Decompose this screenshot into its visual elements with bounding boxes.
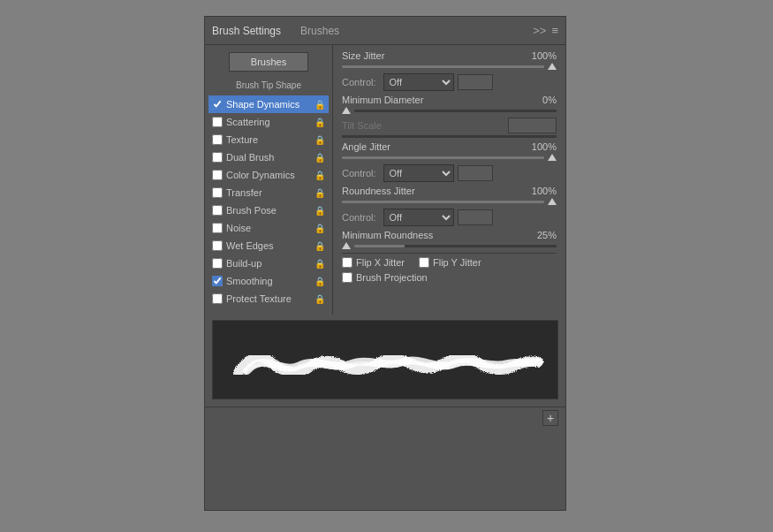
size-jitter-track[interactable] <box>342 65 544 68</box>
min-diameter-row: Minimum Diameter 0% <box>342 95 557 105</box>
lock-icon-wet-edges: 🔒 <box>315 241 325 251</box>
smoothing-checkbox[interactable] <box>212 276 223 286</box>
brush-projection-checkbox[interactable] <box>342 272 352 283</box>
brush-item-shape-dynamics[interactable]: Shape Dynamics 🔒 <box>208 95 329 113</box>
noise-label: Noise <box>226 223 313 233</box>
min-roundness-triangle[interactable] <box>342 242 351 249</box>
tilt-scale-label: Tilt Scale <box>342 120 508 131</box>
roundness-jitter-row: Roundness Jitter 100% <box>342 186 557 196</box>
size-jitter-triangle[interactable] <box>548 63 557 70</box>
color-dynamics-label: Color Dynamics <box>226 170 313 180</box>
left-column: Brushes Brush Tip Shape Shape Dynamics 🔒… <box>205 45 333 315</box>
scattering-checkbox[interactable] <box>212 117 223 127</box>
roundness-jitter-track[interactable] <box>342 201 544 203</box>
lock-icon-shape-dynamics: 🔒 <box>315 100 325 110</box>
control2-row: Control: Off Fade Pen Pressure <box>342 164 557 182</box>
protect-texture-label: Protect Texture <box>226 293 313 304</box>
brush-item-protect-texture[interactable]: Protect Texture 🔒 <box>208 290 329 308</box>
noise-checkbox[interactable] <box>212 223 223 233</box>
lock-icon-smoothing: 🔒 <box>315 277 325 286</box>
lock-icon-protect-texture: 🔒 <box>315 294 325 304</box>
menu-icon[interactable]: ≡ <box>551 24 558 37</box>
lock-icon-transfer: 🔒 <box>315 188 325 198</box>
brush-projection-label: Brush Projection <box>356 272 428 283</box>
control1-swatch <box>458 74 493 90</box>
angle-jitter-row: Angle Jitter 100% <box>342 141 557 152</box>
panel-title: Brush Settings <box>212 25 281 37</box>
panel-tab-brushes[interactable]: Brushes <box>295 21 345 41</box>
control3-swatch <box>458 209 493 225</box>
lock-icon-brush-pose: 🔒 <box>315 206 325 216</box>
brush-pose-checkbox[interactable] <box>212 205 223 216</box>
brush-item-brush-pose[interactable]: Brush Pose 🔒 <box>208 201 329 219</box>
brush-item-buildup[interactable]: Build-up 🔒 <box>208 255 329 272</box>
control2-select[interactable]: Off Fade Pen Pressure <box>383 164 454 182</box>
transfer-checkbox[interactable] <box>212 187 223 198</box>
angle-jitter-fill <box>342 156 544 159</box>
brush-item-color-dynamics[interactable]: Color Dynamics 🔒 <box>208 166 329 184</box>
wet-edges-checkbox[interactable] <box>212 240 223 251</box>
control1-label: Control: <box>342 77 376 87</box>
flip-y-row: Flip Y Jitter <box>419 257 481 268</box>
panel-body: Brushes Brush Tip Shape Shape Dynamics 🔒… <box>205 45 565 315</box>
preview-svg <box>213 321 557 399</box>
tilt-scale-slider[interactable] <box>342 135 557 138</box>
brush-item-noise[interactable]: Noise 🔒 <box>208 219 329 237</box>
min-diameter-track[interactable] <box>354 110 557 112</box>
min-diameter-value: 0% <box>521 95 557 105</box>
flip-y-checkbox[interactable] <box>419 257 429 268</box>
texture-label: Texture <box>226 134 313 145</box>
size-jitter-row: Size Jitter 100% <box>342 50 557 61</box>
angle-jitter-triangle[interactable] <box>548 154 557 161</box>
separator1 <box>342 253 557 254</box>
min-roundness-slider-row <box>342 242 557 249</box>
tilt-scale-swatch <box>508 118 557 133</box>
min-roundness-row: Minimum Roundness 25% <box>342 230 557 240</box>
protect-texture-checkbox[interactable] <box>212 293 223 304</box>
angle-jitter-track[interactable] <box>342 156 544 159</box>
min-diameter-label: Minimum Diameter <box>342 95 521 105</box>
control1-row: Control: Off Fade Pen Pressure Pen Tilt <box>342 73 557 91</box>
min-roundness-label: Minimum Roundness <box>342 230 521 240</box>
control3-label: Control: <box>342 212 376 223</box>
texture-checkbox[interactable] <box>212 134 223 145</box>
brush-item-scattering[interactable]: Scattering 🔒 <box>208 113 329 131</box>
size-jitter-value: 100% <box>521 50 557 61</box>
brush-item-smoothing[interactable]: Smoothing 🔒 <box>208 272 329 290</box>
tilt-scale-row: Tilt Scale <box>342 118 557 133</box>
scattering-label: Scattering <box>226 117 313 127</box>
panel-header: Brush Settings Brushes >> ≡ <box>205 17 565 45</box>
brush-pose-label: Brush Pose <box>226 205 313 216</box>
brush-item-dual-brush[interactable]: Dual Brush 🔒 <box>208 148 329 166</box>
dual-brush-checkbox[interactable] <box>212 152 223 163</box>
shape-dynamics-label: Shape Dynamics <box>226 99 313 110</box>
roundness-jitter-value: 100% <box>521 186 557 196</box>
roundness-jitter-label: Roundness Jitter <box>342 186 521 196</box>
buildup-checkbox[interactable] <box>212 258 223 269</box>
control2-label: Control: <box>342 168 376 179</box>
control3-row: Control: Off Fade Pen Pressure <box>342 209 557 226</box>
buildup-label: Build-up <box>226 258 313 269</box>
roundness-jitter-triangle[interactable] <box>548 198 557 205</box>
min-roundness-fill <box>354 245 405 247</box>
flip-x-checkbox[interactable] <box>342 257 352 268</box>
min-roundness-value: 25% <box>521 230 557 240</box>
min-roundness-track[interactable] <box>354 245 557 247</box>
shape-dynamics-checkbox[interactable] <box>212 99 223 110</box>
brushes-button[interactable]: Brushes <box>229 52 308 72</box>
angle-jitter-slider-row <box>342 154 557 161</box>
flip-x-label: Flip X Jitter <box>356 257 405 268</box>
expand-icon[interactable]: >> <box>533 24 546 37</box>
control1-select[interactable]: Off Fade Pen Pressure Pen Tilt <box>383 73 454 91</box>
add-button[interactable]: + <box>542 410 558 426</box>
color-dynamics-checkbox[interactable] <box>212 170 223 180</box>
smoothing-label: Smoothing <box>226 276 313 286</box>
brush-item-wet-edges[interactable]: Wet Edges 🔒 <box>208 237 329 255</box>
brush-item-transfer[interactable]: Transfer 🔒 <box>208 184 329 201</box>
angle-jitter-value: 100% <box>521 141 557 152</box>
brush-item-texture[interactable]: Texture 🔒 <box>208 131 329 148</box>
control3-select[interactable]: Off Fade Pen Pressure <box>383 209 454 226</box>
lock-icon-buildup: 🔒 <box>315 259 325 269</box>
brush-settings-panel: Brush Settings Brushes >> ≡ Brushes Brus… <box>204 16 566 511</box>
min-diameter-triangle[interactable] <box>342 107 351 114</box>
